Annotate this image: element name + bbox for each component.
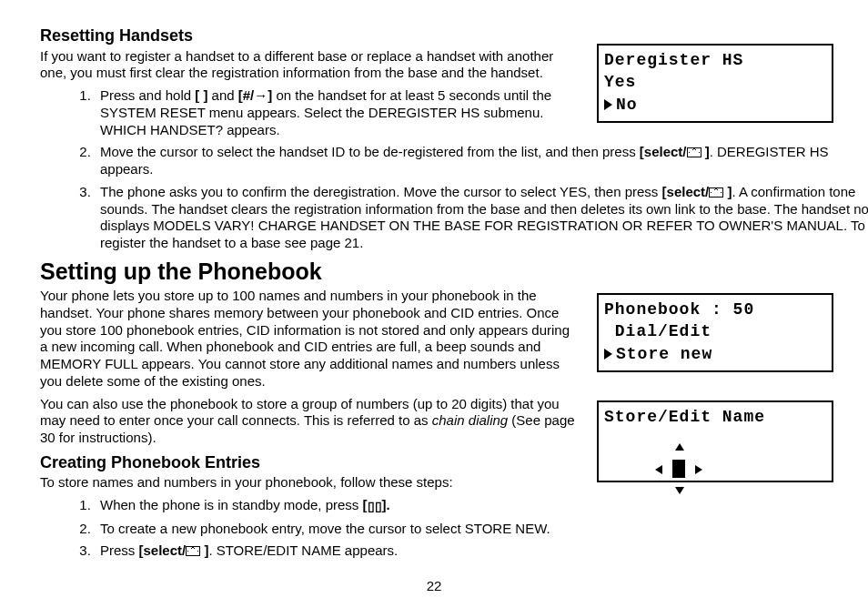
envelope-icon bbox=[687, 147, 701, 157]
list-item: When the phone is in standby mode, press… bbox=[95, 497, 577, 515]
book-icon: ▯▯ bbox=[368, 499, 382, 515]
paragraph: To store names and numbers in your phone… bbox=[40, 474, 577, 491]
arrow-right-icon bbox=[695, 465, 702, 474]
envelope-icon bbox=[709, 187, 723, 198]
lcd-line: Store new bbox=[604, 343, 826, 365]
key-label: [select/ ] bbox=[662, 184, 732, 199]
steps-list-create: When the phone is in standby mode, press… bbox=[40, 497, 577, 560]
lcd-line: Dial/Edit bbox=[604, 320, 826, 342]
lcd-line: Phonebook : 50 bbox=[604, 299, 826, 320]
cursor-pointer-icon bbox=[604, 349, 612, 360]
list-item: Move the cursor to select the handset ID… bbox=[95, 144, 868, 178]
cursor-pointer-icon bbox=[604, 99, 612, 110]
steps-list-reset: Press and hold [ ] and [#/→] on the hand… bbox=[40, 87, 577, 252]
key-label: [ ] bbox=[195, 87, 207, 103]
heading-resetting-handsets: Resetting Handsets bbox=[40, 25, 577, 46]
page-number: 22 bbox=[0, 578, 868, 595]
heading-creating-entries: Creating Phonebook Entries bbox=[40, 452, 577, 473]
lcd-deregister: Deregister HS Yes No bbox=[597, 44, 833, 123]
arrow-up-icon bbox=[675, 443, 684, 451]
lcd-line: Store/Edit Name bbox=[604, 406, 826, 428]
text-cursor-icon bbox=[672, 460, 685, 478]
key-label: [select/ ] bbox=[139, 542, 209, 558]
list-item: Press and hold [ ] and [#/→] on the hand… bbox=[95, 87, 577, 138]
lcd-cursor-row bbox=[604, 437, 826, 543]
paragraph: You can also use the phonebook to store … bbox=[40, 396, 577, 447]
italic-term: chain dialing bbox=[432, 412, 508, 428]
lcd-store-edit: Store/Edit Name bbox=[597, 400, 833, 482]
paragraph: If you want to register a handset to a d… bbox=[40, 48, 577, 83]
lcd-line: No bbox=[604, 94, 826, 116]
list-item: Press [select/ ]. STORE/EDIT NAME appear… bbox=[95, 542, 577, 560]
manual-page: Deregister HS Yes No Phonebook : 50 Dial… bbox=[0, 0, 868, 608]
lcd-line: Yes bbox=[604, 71, 826, 93]
lcd-phonebook: Phonebook : 50 Dial/Edit Store new bbox=[597, 293, 833, 372]
paragraph: Your phone lets you store up to 100 name… bbox=[40, 288, 577, 390]
content-column: Resetting Handsets If you want to regist… bbox=[40, 25, 577, 560]
arrow-down-icon bbox=[675, 487, 684, 494]
envelope-icon bbox=[186, 546, 200, 556]
key-label: [▯▯]. bbox=[363, 497, 390, 512]
heading-phonebook: Setting up the Phonebook bbox=[40, 258, 577, 286]
list-item: The phone asks you to confirm the deregi… bbox=[95, 184, 868, 252]
key-label: [select/ ] bbox=[640, 144, 710, 159]
key-label: [#/→] bbox=[238, 87, 273, 103]
list-item: To create a new phonebook entry, move th… bbox=[95, 521, 577, 538]
arrow-left-icon bbox=[655, 465, 662, 474]
lcd-line: Deregister HS bbox=[604, 49, 826, 71]
